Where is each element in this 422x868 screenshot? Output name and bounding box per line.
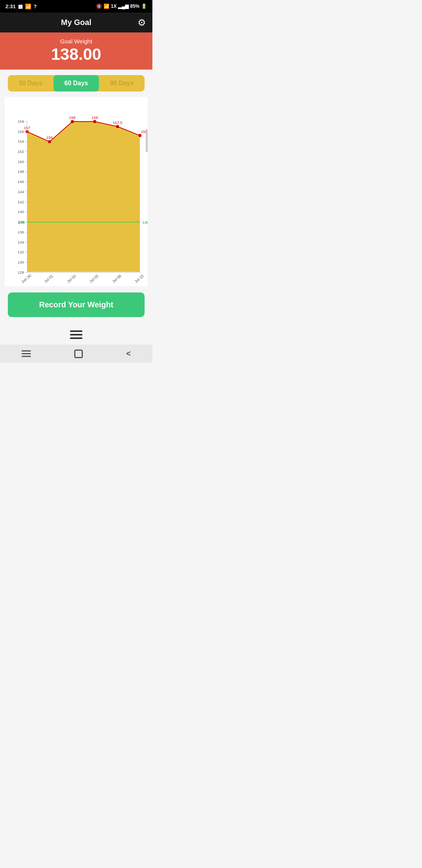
- x-label-0: Jun 30: [20, 273, 32, 284]
- svg-text:134: 134: [18, 240, 24, 244]
- hamburger-line-1: [70, 330, 82, 332]
- svg-text:132: 132: [18, 250, 24, 254]
- period-tab-selector: 30 Days 60 Days 90 Days: [8, 75, 145, 91]
- svg-text:130: 130: [18, 260, 24, 264]
- home-button[interactable]: [74, 350, 83, 358]
- svg-text:140: 140: [18, 210, 24, 214]
- sim-icon: ▦: [18, 4, 23, 9]
- chart-fill-area: [27, 122, 140, 273]
- svg-text:152: 152: [18, 149, 24, 154]
- svg-text:158: 158: [18, 119, 24, 124]
- chart-svg: 158 156 154 152 150 148 146 144 142 140 …: [5, 97, 148, 285]
- back-button[interactable]: <: [126, 349, 131, 358]
- status-left: 2:31 ▦ 📶 ?: [5, 4, 37, 9]
- svg-text:150: 150: [18, 160, 24, 164]
- x-label-1: Jul 01: [43, 274, 54, 284]
- record-weight-button[interactable]: Record Your Weight: [8, 292, 145, 317]
- data-label-3: 158: [91, 115, 98, 120]
- goal-weight-label: Goal Weight: [6, 38, 146, 45]
- battery-icon: 🔋: [141, 4, 147, 9]
- tab-30days[interactable]: 30 Days: [8, 75, 54, 91]
- mute-icon: 🔇: [96, 4, 102, 9]
- svg-text:154: 154: [18, 139, 24, 143]
- status-bar: 2:31 ▦ 📶 ? 🔇 📶 1X ▂▄▆ 85% 🔋: [0, 0, 152, 13]
- tab-90days[interactable]: 90 Days: [99, 75, 145, 91]
- battery-percent: 85%: [130, 4, 139, 9]
- x-label-3: Jul 03: [89, 274, 100, 284]
- data-point-5: [138, 134, 141, 137]
- data-label-4: 157.5: [113, 120, 122, 125]
- data-label-2: 158: [69, 115, 76, 120]
- settings-button[interactable]: ⚙: [138, 17, 146, 28]
- tab-60days[interactable]: 60 Days: [54, 75, 99, 91]
- hamburger-line-2: [70, 334, 82, 335]
- data-label-1: 156: [46, 135, 53, 140]
- hamburger-menu-button[interactable]: [70, 330, 82, 339]
- scrollbar-thumb: [146, 129, 148, 152]
- svg-text:142: 142: [18, 200, 24, 204]
- hamburger-line-3: [70, 337, 82, 339]
- svg-text:146: 146: [18, 179, 24, 184]
- data-point-1: [48, 140, 51, 143]
- svg-text:138: 138: [142, 220, 148, 224]
- signal-icon: ▂▄▆: [118, 4, 129, 9]
- goal-banner: Goal Weight 138.00: [0, 32, 152, 70]
- x-label-4: Jul 08: [111, 274, 122, 284]
- network-icon: 1X: [111, 4, 117, 9]
- system-nav-bar: <: [0, 344, 152, 363]
- data-point-4: [116, 125, 119, 128]
- app-header: My Goal ⚙: [0, 13, 152, 32]
- svg-text:148: 148: [18, 169, 24, 174]
- x-label-5: Jul 10: [134, 274, 145, 284]
- status-right: 🔇 📶 1X ▂▄▆ 85% 🔋: [96, 4, 147, 9]
- data-point-3: [93, 120, 97, 123]
- svg-text:136: 136: [18, 230, 24, 234]
- call-icon: 📶: [25, 4, 31, 9]
- svg-text:128: 128: [18, 270, 24, 274]
- goal-weight-value: 138.00: [6, 46, 146, 63]
- wifi-icon: 📶: [104, 4, 109, 9]
- status-time: 2:31: [5, 4, 16, 9]
- svg-text:138: 138: [18, 220, 25, 224]
- help-icon: ?: [34, 4, 37, 9]
- svg-text:144: 144: [18, 190, 24, 194]
- x-label-2: Jul 02: [66, 274, 77, 283]
- page-title: My Goal: [61, 18, 91, 27]
- bottom-nav-area: [0, 325, 152, 343]
- svg-text:156: 156: [18, 129, 24, 134]
- weight-chart: 158 156 154 152 150 148 146 144 142 140 …: [5, 97, 148, 286]
- data-point-2: [71, 120, 74, 123]
- recent-apps-button[interactable]: [21, 350, 31, 357]
